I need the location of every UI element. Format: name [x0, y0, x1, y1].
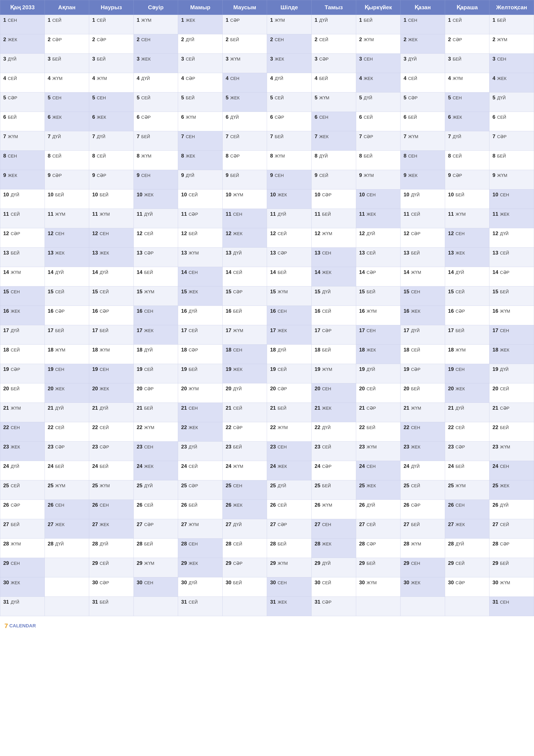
cell-day-13-month-2: 13ЖЕК — [44, 248, 89, 267]
day-name: ЖҮМ — [411, 406, 421, 411]
brand-number: 7 — [5, 622, 8, 630]
day-number: 11 — [315, 211, 320, 217]
day-name: БЕЙ — [411, 522, 420, 527]
cell-day-12-month-3: 12СЕН — [89, 228, 134, 248]
cell-day-14-month-6: 14СЕЙ — [222, 267, 267, 286]
day-name: СЕЙ — [367, 387, 375, 392]
day-number: 25 — [315, 482, 320, 489]
day-name: БЕЙ — [230, 173, 239, 178]
day-number: 3 — [403, 56, 406, 62]
cell-day-17-month-2: 17БЕЙ — [44, 325, 89, 345]
cell-day-5-month-4: 5СЕЙ — [134, 93, 178, 112]
day-number: 21 — [315, 405, 320, 411]
cell-day-17-month-12: 17СЕН — [490, 325, 534, 345]
day-name: ДҮЙ — [189, 445, 197, 449]
calendar-row-20: 20БЕЙ20ЖЕК20ЖЕК20СӘР20ЖҮМ20ДҮЙ20СӘР20СЕН… — [0, 383, 534, 403]
cell-day-1-month-8: 1ДҮЙ — [312, 15, 356, 34]
day-name: СӘР — [186, 76, 195, 81]
cell-day-23-month-2: 23СӘР — [44, 442, 89, 461]
cell-day-25-month-10: 25СЕЙ — [400, 480, 445, 500]
day-name: СЕН — [367, 328, 375, 333]
day-name: БЕЙ — [275, 134, 284, 139]
day-name: СЕЙ — [97, 154, 106, 159]
day-number: 5 — [403, 94, 406, 101]
cell-day-28-month-7: 28БЕЙ — [267, 539, 312, 558]
day-number: 30 — [315, 580, 320, 585]
cell-day-22-month-3: 22СЕЙ — [89, 422, 134, 442]
day-name: СЕН — [322, 522, 331, 527]
day-name: ЖЕК — [186, 154, 195, 159]
cell-day-22-month-9: 22БЕЙ — [356, 422, 400, 442]
day-name: СЕЙ — [97, 18, 106, 23]
day-name: СЕН — [500, 600, 509, 605]
cell-day-27-month-9: 27СЕЙ — [356, 519, 400, 539]
cell-day-30-month-10: 30ЖЕК — [400, 577, 445, 597]
cell-day-1-month-11: 1СЕЙ — [445, 15, 490, 34]
day-name: ДҮЙ — [500, 367, 509, 372]
cell-day-31-month-6 — [222, 597, 267, 616]
day-name: СЕН — [55, 503, 64, 508]
day-number: 11 — [48, 211, 54, 217]
day-name: ЖҮМ — [500, 580, 510, 585]
day-name: СЕЙ — [411, 348, 420, 353]
cell-day-26-month-11: 26СЕН — [445, 500, 490, 519]
day-name: ЖҮМ — [367, 580, 377, 585]
cell-day-12-month-11: 12СЕН — [445, 228, 490, 248]
day-number: 4 — [403, 75, 406, 81]
cell-day-14-month-5: 14СЕН — [178, 267, 223, 286]
day-name: ДҮЙ — [367, 231, 375, 236]
day-name: СӘР — [189, 483, 198, 488]
day-number: 21 — [270, 405, 276, 411]
day-name: СЕН — [278, 580, 287, 585]
day-name: БЕЙ — [500, 289, 509, 294]
cell-day-4-month-9: 4ЖЕК — [356, 73, 400, 93]
day-number: 14 — [3, 269, 9, 275]
day-name: ДҮЙ — [186, 37, 194, 42]
day-name: СЕН — [408, 18, 417, 23]
day-name: ДҮЙ — [411, 464, 420, 469]
day-name: ЖЕК — [189, 425, 198, 430]
day-name: ДҮЙ — [319, 153, 328, 159]
cell-day-19-month-11: 19СЕН — [445, 364, 490, 383]
day-name: ДҮЙ — [144, 483, 153, 488]
day-number: 22 — [226, 424, 232, 430]
calendar-row-11: 11СЕЙ11ЖҮМ11ЖҮМ11ДҮЙ11СӘР11СЕН11ДҮЙ11БЕЙ… — [0, 209, 534, 228]
cell-day-2-month-9: 2ЖҮМ — [356, 34, 400, 54]
day-number: 4 — [181, 75, 184, 81]
day-number: 11 — [137, 211, 142, 217]
day-number: 6 — [403, 114, 406, 120]
cell-day-26-month-6: 26ЖЕК — [222, 500, 267, 519]
day-name: ЖҮМ — [100, 212, 110, 217]
day-number: 11 — [226, 211, 232, 217]
day-number: 19 — [181, 366, 187, 372]
day-name: БЕЙ — [52, 57, 61, 62]
calendar-container: Қаң 2033 Ақпан Наурыз Сәуір Мамыр Маусым… — [0, 0, 534, 635]
month-header-jun: Маусым — [222, 0, 267, 15]
day-name: ЖЕК — [322, 270, 331, 275]
cell-day-23-month-12: 23ЖҮМ — [490, 442, 534, 461]
day-number: 7 — [403, 133, 406, 139]
cell-day-4-month-10: 4СЕЙ — [400, 73, 445, 93]
day-name: ЖЕК — [144, 464, 153, 469]
day-number: 27 — [270, 521, 276, 527]
cell-day-18-month-9: 18ЖЕК — [356, 345, 400, 364]
day-name: ЖЕК — [278, 464, 287, 469]
day-name: ДҮЙ — [500, 231, 509, 236]
day-number: 1 — [226, 17, 228, 23]
day-number: 25 — [270, 482, 276, 489]
cell-day-31-month-11 — [445, 597, 490, 616]
cell-day-12-month-9: 12ДҮЙ — [356, 228, 400, 248]
day-name: СЕН — [8, 154, 17, 159]
header-row: Қаң 2033 Ақпан Наурыз Сәуір Мамыр Маусым… — [0, 0, 534, 15]
cell-day-7-month-4: 7БЕЙ — [134, 131, 178, 150]
cell-day-7-month-2: 7ДҮЙ — [44, 131, 89, 150]
day-number: 10 — [92, 192, 98, 198]
day-name: СӘР — [144, 522, 154, 527]
day-number: 26 — [448, 502, 454, 508]
cell-day-28-month-6: 28СЕЙ — [222, 539, 267, 558]
cell-day-22-month-8: 22ДҮЙ — [312, 422, 356, 442]
day-name: БЕЙ — [322, 348, 331, 353]
day-name: СЕН — [100, 367, 109, 372]
day-number: 11 — [359, 211, 365, 217]
day-number: 27 — [181, 521, 187, 527]
